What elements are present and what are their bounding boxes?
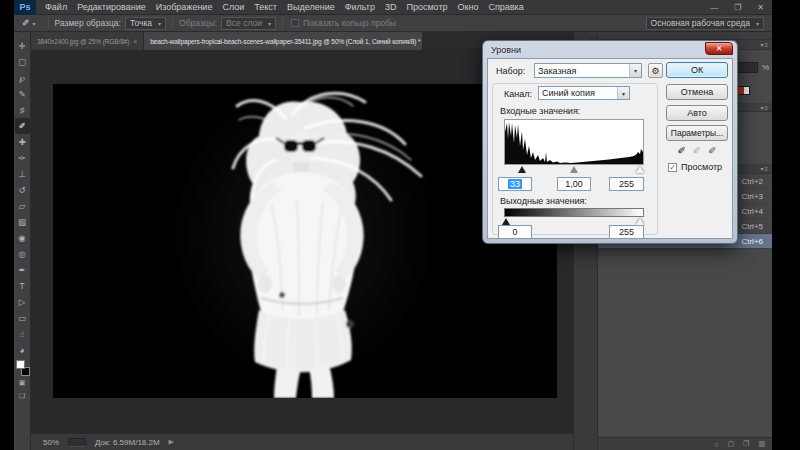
tool-brush[interactable]: ✑ [15,150,30,166]
tool-shape[interactable]: ▭ [15,310,30,326]
dock-grip-icon[interactable]: ‥ [574,32,597,40]
preview-checkbox[interactable]: ✓ [668,163,677,172]
menu-layers[interactable]: Слои [217,0,249,15]
menu-filter[interactable]: Фильтр [340,0,380,15]
menu-window[interactable]: Окно [453,0,484,15]
samples-dropdown[interactable]: Все слои ▾ [221,17,276,30]
menu-view[interactable]: Просмотр [401,0,452,15]
tool-healing-brush[interactable]: ✚ [15,134,30,150]
delete-channel-icon[interactable]: ▥ [758,440,765,448]
tool-crop[interactable]: ♯ [15,102,30,118]
tool-eraser[interactable]: ▱ [15,198,30,214]
channel-dropdown[interactable]: Синий копия ▾ [538,86,630,100]
options-button[interactable]: Параметры... [666,125,728,141]
foreground-color-swatch[interactable] [16,360,25,369]
new-channel-icon[interactable]: ❐ [743,440,749,448]
sample-eyedroppers: ✐ ✐ ✐ [666,145,728,156]
black-point-eyedropper-icon[interactable]: ✐ [677,145,685,156]
dropdown-arrow-icon: ▾ [268,20,271,27]
save-mask-icon[interactable]: ▢ [727,440,734,448]
tool-blur[interactable]: ◉ [15,230,30,246]
opacity-value-box[interactable] [736,62,758,73]
menu-edit[interactable]: Редактирование [72,0,151,15]
tool-quick-select[interactable]: ✎ [15,86,30,102]
sample-size-label: Размер образца: [55,18,121,28]
dialog-title: Уровни [487,45,521,55]
tab-close-icon[interactable]: × [133,38,137,45]
workspace-dropdown[interactable]: Основная рабочая среда ▾ [646,17,764,30]
sample-size-dropdown[interactable]: Точка ▾ [125,17,166,30]
tool-clone-stamp[interactable]: ⊥ [15,166,30,182]
auto-button[interactable]: Авто [666,105,728,121]
dropdown-arrow-icon: ▾ [756,20,759,27]
menu-3d[interactable]: 3D [380,0,402,15]
close-button[interactable]: ✕ [749,0,772,15]
tool-history-brush[interactable]: ↺ [15,182,30,198]
tool-dodge[interactable]: ◎ [15,246,30,262]
tool-move[interactable]: ✛ [15,38,30,54]
tool-path-select[interactable]: ▷ [15,294,30,310]
tool-marquee[interactable]: ▢ [15,54,30,70]
minimize-button[interactable]: — [702,0,726,15]
tool-pen[interactable]: ✒ [15,262,30,278]
output-white-field[interactable]: 255 [609,225,644,239]
document-size-info: Док: 6.59M/18.2M [95,438,160,447]
zoom-level-field[interactable]: 50% [43,438,59,447]
panel-menu-icon[interactable]: ▾≡ [760,41,769,48]
menu-select[interactable]: Выделение [282,0,340,15]
output-gradient-bar [504,208,644,217]
panel-menu-icon[interactable]: ▾≡ [760,165,769,172]
menu-help[interactable]: Справка [483,0,528,15]
ok-button[interactable]: ОК [666,62,728,78]
panel-dock-top [598,32,773,40]
input-white-field[interactable]: 255 [609,177,644,191]
document-tab[interactable]: 3840x2400.jpg @ 25% (RGB/8#) × [31,32,144,50]
input-black-slider[interactable] [518,166,526,173]
tool-gradient[interactable]: ▧ [15,214,30,230]
tools-panel: ‥ ✛ ▢ ℘ ✎ ♯ ✐ ✚ ✑ ⊥ ↺ ▱ ▧ ◉ ◎ ✒ T ▷ ▭ ☝ … [14,32,31,450]
status-proxy-box [68,438,86,447]
input-gamma-field[interactable]: 1,00 [557,177,591,191]
output-black-field[interactable]: 0 [498,225,532,239]
input-gamma-slider[interactable] [570,166,578,173]
white-point-eyedropper-icon[interactable]: ✐ [708,145,716,156]
restore-button[interactable]: ❐ [726,0,749,15]
menu-image[interactable]: Изображение [151,0,218,15]
channels-panel-footer: ○ ▢ ❐ ▥ [598,437,773,450]
tool-lasso[interactable]: ℘ [15,70,30,86]
tool-hand[interactable]: ☝ [15,326,30,342]
letterbox-bar [772,0,800,450]
preset-label: Набор: [496,66,525,76]
dialog-close-button[interactable]: ✕ [705,42,733,55]
dialog-body: Набор: Заказная ▾ ⚙ ОК Отмена Авто Парам… [487,58,733,239]
dropdown-arrow-icon: ▾ [617,87,629,99]
load-selection-icon[interactable]: ○ [714,441,718,448]
output-white-slider[interactable] [636,218,644,225]
preset-dropdown[interactable]: Заказная ▾ [534,63,642,78]
menu-type[interactable]: Текст [249,0,282,15]
tool-eyedropper[interactable]: ✐ [15,118,30,134]
dialog-title-bar[interactable]: Уровни ✕ [487,41,733,58]
quick-mask-icon[interactable]: ▣ [15,376,30,389]
input-black-field[interactable]: 33 [498,177,532,191]
input-white-slider[interactable] [636,166,644,173]
levels-dialog: Уровни ✕ Набор: Заказная ▾ ⚙ ОК Отмена А… [482,40,738,244]
tool-zoom[interactable]: ◕ [15,342,30,358]
panel-menu-icon[interactable]: ▾≡ [760,104,769,111]
output-black-slider[interactable] [502,218,510,225]
tool-type[interactable]: T [15,278,30,294]
dropdown-arrow-icon: ▾ [158,20,161,27]
eyedropper-tool-icon[interactable]: ✐ [14,18,33,28]
cancel-button[interactable]: Отмена [666,84,728,100]
status-options-arrow-icon[interactable]: ▶ [169,438,174,446]
input-sliders [504,166,644,174]
color-swatches[interactable] [15,360,30,376]
document-tab-active[interactable]: beach-wallpapers-tropical-beach-scenes-w… [144,32,422,50]
menu-file[interactable]: Файл [40,0,72,15]
sample-ring-checkbox[interactable] [291,19,299,27]
gray-point-eyedropper-icon[interactable]: ✐ [693,145,701,156]
tool-preset-caret-icon[interactable]: ▾ [33,20,42,27]
channel-label: Канал: [504,89,532,99]
screen-mode-icon[interactable]: ❏ [15,389,30,402]
preset-options-gear-icon[interactable]: ⚙ [648,63,663,78]
